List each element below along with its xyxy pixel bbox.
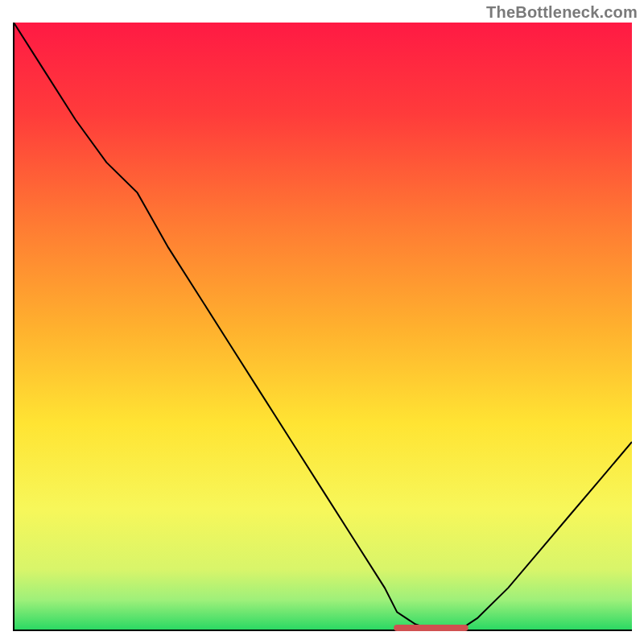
watermark-text: TheBottleneck.com	[486, 3, 638, 22]
bottleneck-chart	[12, 23, 632, 632]
plot-background	[14, 23, 632, 630]
